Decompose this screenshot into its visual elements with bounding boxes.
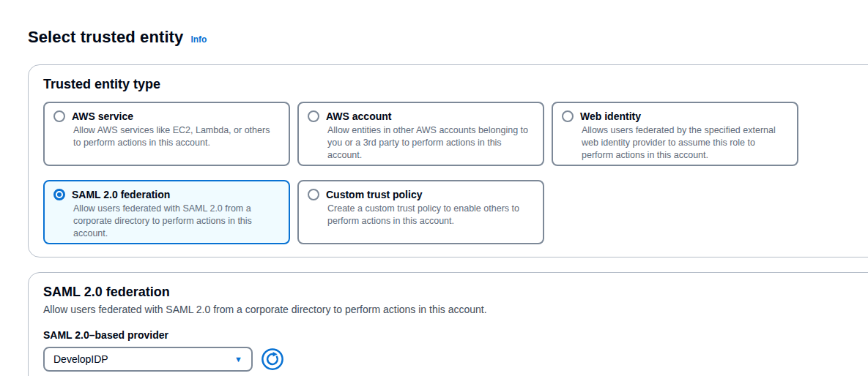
saml-provider-label: SAML 2.0–based provider — [43, 329, 868, 341]
radio-saml-federation[interactable] — [53, 189, 65, 200]
tile-aws-service[interactable]: AWS service Allow AWS services like EC2,… — [43, 102, 290, 166]
page-title: Select trusted entity — [28, 28, 183, 47]
tile-description: Allows users federated by the specified … — [582, 124, 788, 162]
tile-label: Custom trust policy — [326, 189, 422, 200]
radio-custom-trust-policy[interactable] — [308, 189, 319, 200]
tile-description: Allow entities in other AWS accounts bel… — [327, 124, 534, 162]
trusted-entity-type-heading: Trusted entity type — [43, 77, 868, 92]
info-link[interactable]: Info — [190, 34, 207, 45]
tile-label: AWS service — [72, 110, 133, 122]
saml-federation-card: SAML 2.0 federation Allow users federate… — [28, 272, 868, 376]
radio-aws-service[interactable] — [53, 110, 65, 122]
saml-card-heading: SAML 2.0 federation — [43, 285, 868, 300]
tile-description: Create a custom trust policy to enable o… — [327, 203, 534, 228]
page-header: Select trusted entity Info — [28, 28, 207, 47]
saml-card-description: Allow users federated with SAML 2.0 from… — [43, 304, 868, 315]
trusted-entity-tiles: AWS service Allow AWS services like EC2,… — [43, 102, 868, 244]
select-trusted-entity-page: Select trusted entity Info Trusted entit… — [0, 0, 868, 376]
tile-aws-account[interactable]: AWS account Allow entities in other AWS … — [297, 102, 544, 166]
refresh-button[interactable] — [261, 347, 284, 371]
tile-saml-federation[interactable]: SAML 2.0 federation Allow users federate… — [43, 180, 290, 244]
saml-provider-row: DevelopIDP ▼ — [43, 347, 868, 372]
tile-description: Allow AWS services like EC2, Lambda, or … — [73, 124, 280, 149]
caret-down-icon: ▼ — [234, 356, 242, 364]
refresh-icon — [261, 348, 283, 370]
tile-description: Allow users federated with SAML 2.0 from… — [73, 203, 280, 240]
tile-label: AWS account — [326, 110, 391, 122]
radio-web-identity[interactable] — [562, 110, 574, 122]
tile-web-identity[interactable]: Web identity Allows users federated by t… — [552, 102, 798, 166]
tile-custom-trust-policy[interactable]: Custom trust policy Create a custom trus… — [297, 180, 544, 244]
saml-provider-value: DevelopIDP — [53, 353, 108, 365]
trusted-entity-type-card: Trusted entity type AWS service Allow AW… — [28, 64, 868, 257]
tile-label: SAML 2.0 federation — [72, 189, 170, 200]
tile-label: Web identity — [580, 110, 641, 122]
radio-aws-account[interactable] — [308, 110, 319, 122]
saml-provider-select[interactable]: DevelopIDP ▼ — [43, 347, 253, 372]
